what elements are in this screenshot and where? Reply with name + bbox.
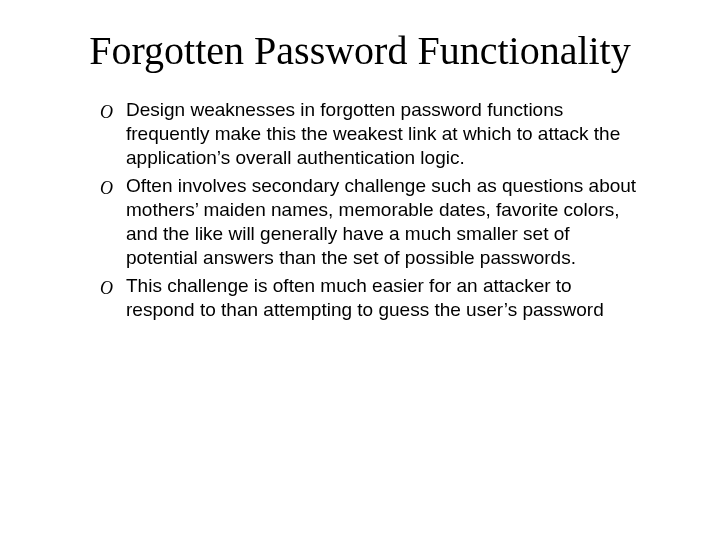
bullet-text: Often involves secondary challenge such …	[126, 174, 640, 270]
bullet-marker-icon: O	[100, 274, 126, 300]
bullet-text: Design weaknesses in forgotten password …	[126, 98, 640, 170]
slide: Forgotten Password Functionality O Desig…	[0, 0, 720, 540]
slide-body: O Design weaknesses in forgotten passwor…	[60, 98, 660, 326]
list-item: O Often involves secondary challenge suc…	[100, 174, 640, 270]
bullet-text: This challenge is often much easier for …	[126, 274, 640, 322]
list-item: O This challenge is often much easier fo…	[100, 274, 640, 322]
slide-title: Forgotten Password Functionality	[89, 28, 630, 74]
bullet-marker-icon: O	[100, 174, 126, 200]
list-item: O Design weaknesses in forgotten passwor…	[100, 98, 640, 170]
bullet-marker-icon: O	[100, 98, 126, 124]
